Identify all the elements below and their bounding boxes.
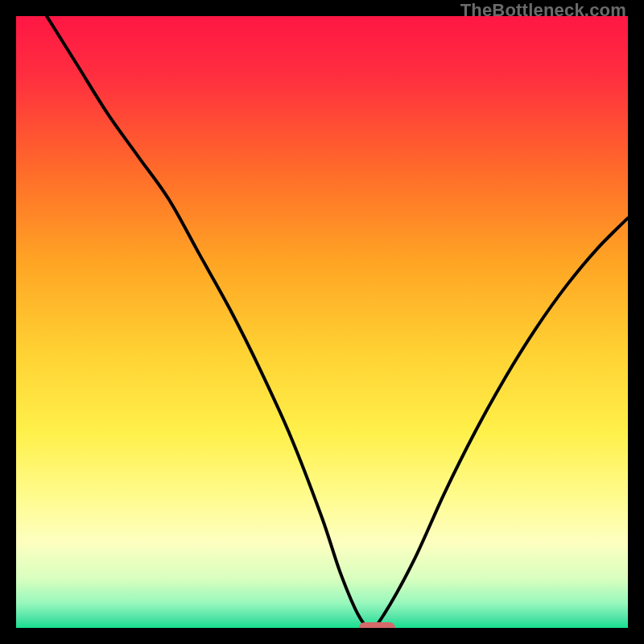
chart-frame: TheBottleneck.com [0, 0, 644, 644]
bottleneck-curve [16, 16, 628, 628]
plot-area [16, 16, 628, 628]
minimum-marker [359, 622, 396, 628]
watermark-text: TheBottleneck.com [460, 0, 626, 21]
